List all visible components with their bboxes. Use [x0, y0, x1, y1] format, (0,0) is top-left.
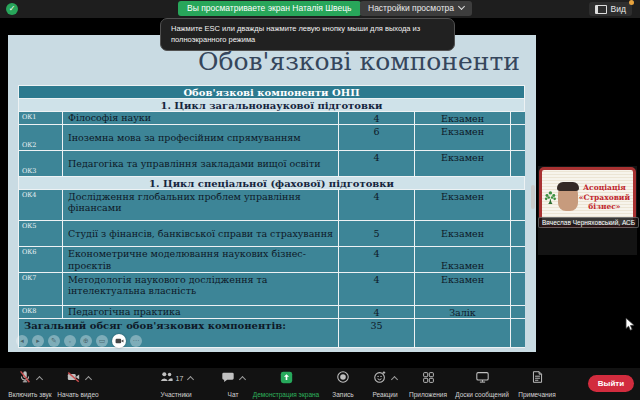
participants-label: Участники — [160, 391, 191, 398]
table-row-ок8: ОК8Педагогічна практика4Залік — [19, 306, 525, 319]
mic-caret-icon[interactable] — [36, 376, 43, 383]
share-icon — [280, 370, 293, 388]
laser-button[interactable]: ◦ — [64, 335, 76, 347]
share-button[interactable]: Демонстрация экрана — [246, 371, 326, 398]
notes-label: Примечания — [518, 391, 556, 398]
association-tree-logo — [544, 179, 557, 217]
meeting-top-bar: ✓ Вы просматриваете экран Наталія Швець … — [0, 0, 640, 18]
notes-icon — [531, 370, 544, 388]
total-credits-cell: 35 — [339, 319, 415, 348]
mic-icon — [18, 370, 32, 388]
view-settings-label: Настройки просмотра — [368, 3, 454, 13]
course-credits-cell: 4 — [339, 112, 415, 125]
prev-slide-button[interactable]: ◂ — [16, 335, 28, 347]
course-code-cell: ОК3 — [19, 151, 63, 177]
section-title: 1. Цикл спеціальної (фахової) підготовки — [19, 177, 525, 190]
table-row-ок5: ОК5Студії з фінансів, банківської справи… — [19, 221, 525, 247]
pen-button[interactable]: ✎ — [48, 335, 60, 347]
record-label: Запись — [332, 391, 353, 398]
table-row-header-0: Обов'язкові компоненти ОНП — [19, 86, 525, 99]
reactions-icon-row — [373, 371, 397, 386]
notes-button[interactable]: Примечания — [514, 371, 560, 398]
participants-icon — [159, 370, 174, 388]
mic-icon-row — [18, 371, 42, 386]
reactions-label: Реакции — [372, 391, 397, 398]
total-extra-cell — [511, 319, 525, 348]
zoom-slide-button[interactable]: ⊕ — [80, 335, 92, 347]
apps-button[interactable]: Приложения — [404, 371, 452, 398]
next-slide-button[interactable]: ▸ — [32, 335, 44, 347]
participant-video-tile[interactable]: Асоціація «Страховий бізнес» Вячеслав Че… — [538, 166, 637, 255]
course-code-cell: ОК8 — [19, 306, 63, 319]
table-row-ок1: ОК1Філософія науки4Екзамен — [19, 112, 525, 125]
share-icon-row — [280, 371, 293, 386]
apps-label: Приложения — [409, 391, 447, 398]
camera-button[interactable] — [112, 334, 126, 348]
leave-button[interactable]: Выйти — [588, 375, 634, 392]
onp-table: Обов'язкові компоненти ОНП1. Цикл загаль… — [18, 85, 525, 348]
fullscreen-exit-toast: Нажмите ESC или дважды нажмите левую кно… — [160, 18, 455, 51]
whiteboard-label: Доски сообщений — [455, 391, 509, 398]
presentation-controls: ◂▸✎◦⊕▭⋯ — [16, 334, 142, 348]
course-credits-cell: 4 — [339, 273, 415, 306]
view-settings-dropdown[interactable]: Настройки просмотра — [360, 1, 472, 16]
course-extra-cell — [511, 112, 525, 125]
video-icon — [66, 370, 81, 388]
association-logo-text: Асоціація «Страховий бізнес» — [579, 183, 631, 212]
course-exam-cell: Екзамен — [415, 273, 511, 306]
table-row-ок6: ОК6Економетричне моделювання наукових бі… — [19, 247, 525, 273]
whiteboard-button[interactable]: Доски сообщений — [454, 371, 510, 398]
course-credits-cell: 4 — [339, 151, 415, 177]
participants-caret-icon[interactable] — [187, 376, 194, 383]
chat-icon-row — [221, 371, 245, 386]
course-code-cell: ОК2 — [19, 125, 63, 151]
course-name-cell: Філософія науки — [63, 112, 339, 125]
record-icon-row — [336, 371, 350, 386]
table-title: Обов'язкові компоненти ОНП — [19, 86, 525, 99]
course-name-cell: Педагогічна практика — [63, 306, 339, 319]
course-credits-cell: 5 — [339, 221, 415, 247]
course-extra-cell — [511, 125, 525, 151]
reactions-caret-icon[interactable] — [391, 376, 398, 383]
video-button[interactable]: Начать видео — [50, 371, 106, 398]
course-name-cell: Студії з фінансів, банківської справи та… — [63, 221, 339, 247]
table-row-ок2: ОК2Іноземна мова за професійним спрямува… — [19, 125, 525, 151]
more-button[interactable]: ⋯ — [130, 335, 142, 347]
participant-name-tag: Вячеслав Черняховський, АСБ — [538, 217, 639, 228]
course-code-cell: ОК1 — [19, 112, 63, 125]
course-exam-cell: Екзамен — [415, 112, 511, 125]
course-extra-cell — [511, 190, 525, 221]
course-credits-cell: 4 — [339, 247, 415, 273]
screen-viewing-banner: Вы просматриваете экран Наталія Швець — [178, 1, 361, 16]
course-extra-cell — [511, 273, 525, 306]
chat-caret-icon[interactable] — [239, 376, 246, 383]
share-label: Демонстрация экрана — [253, 391, 319, 398]
zoom-security-shield-icon[interactable]: ✓ — [6, 3, 18, 15]
view-button[interactable]: Вид — [589, 2, 632, 16]
hide-button[interactable]: ▭ — [96, 335, 108, 347]
layout-view-icon — [595, 5, 607, 14]
course-exam-cell: Екзамен — [415, 221, 511, 247]
course-exam-cell: Екзамен — [415, 190, 511, 221]
record-button[interactable]: Запись — [321, 371, 365, 398]
panel-collapse-handle[interactable] — [531, 185, 535, 209]
course-exam-cell: Екзамен — [415, 247, 511, 273]
course-name-cell: Методологія наукового дослідження та інт… — [63, 273, 339, 306]
course-name-cell: Іноземна мова за професійним спрямування… — [63, 125, 339, 151]
video-caret-icon[interactable] — [84, 376, 91, 383]
chat-icon — [221, 370, 235, 388]
whiteboard-icon-row — [475, 371, 490, 386]
course-exam-cell: Екзамен — [415, 151, 511, 177]
participants-button[interactable]: 17Участники — [144, 371, 208, 398]
course-code-cell: ОК6 — [19, 247, 63, 273]
course-exam-cell: Залік — [415, 306, 511, 319]
reactions-button[interactable]: Реакции — [363, 371, 407, 398]
reactions-icon — [373, 370, 387, 388]
course-credits-cell: 4 — [339, 190, 415, 221]
course-name-cell: Економетричне моделювання наукових бізне… — [63, 247, 339, 273]
table-row-section-5: 1. Цикл спеціальної (фахової) підготовки — [19, 177, 525, 190]
course-extra-cell — [511, 247, 525, 273]
table-row-ок7: ОК7Методологія наукового дослідження та … — [19, 273, 525, 306]
table-row-ок4: ОК4Дослідження глобальних проблем управл… — [19, 190, 525, 221]
course-credits-cell: 6 — [339, 125, 415, 151]
